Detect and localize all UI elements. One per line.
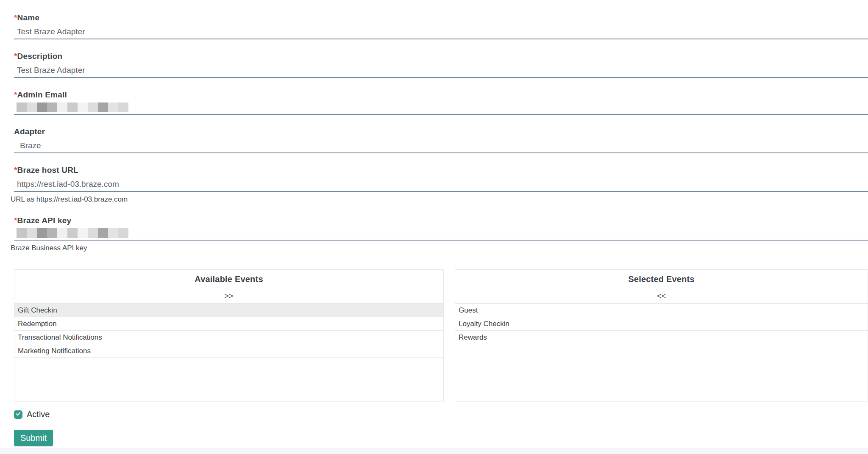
name-label: *Name: [14, 13, 868, 23]
braze-host-url-hint: URL as https://rest.iad-03.braze.com: [11, 195, 868, 204]
adapter-field: Adapter Braze: [14, 127, 868, 153]
adapter-label: Adapter: [14, 127, 868, 137]
list-item[interactable]: Marketing Notifications: [14, 344, 443, 358]
name-label-text: Name: [17, 13, 40, 22]
active-checkbox-label[interactable]: Active: [27, 410, 50, 419]
redacted-value: [17, 228, 128, 238]
admin-email-label-text: Admin Email: [17, 90, 67, 99]
list-item[interactable]: Rewards: [455, 331, 868, 344]
move-right-button[interactable]: >>: [14, 289, 443, 304]
list-item[interactable]: Redemption: [14, 317, 443, 331]
description-label-text: Description: [17, 52, 63, 61]
adapter-select[interactable]: Braze: [14, 137, 868, 153]
required-asterisk: *: [14, 52, 17, 61]
active-checkbox-row: Active: [14, 410, 868, 419]
list-item[interactable]: Transactional Notifications: [14, 331, 443, 344]
list-item[interactable]: Gift Checkin: [14, 304, 443, 317]
redacted-value: [17, 102, 128, 112]
description-input[interactable]: Test Braze Adapter: [14, 61, 868, 78]
braze-host-url-value: https://rest.iad-03.braze.com: [17, 180, 119, 188]
list-item[interactable]: Guest: [455, 304, 868, 317]
braze-api-key-label-text: Braze API key: [17, 216, 72, 225]
braze-host-url-input[interactable]: https://rest.iad-03.braze.com: [14, 175, 868, 192]
selected-events-title: Selected Events: [455, 270, 868, 289]
selected-events-list: Guest Loyalty Checkin Rewards: [455, 304, 868, 401]
adapter-label-text: Adapter: [14, 127, 45, 136]
footer-strip: [0, 448, 868, 454]
events-dual-listbox: Available Events >> Gift Checkin Redempt…: [14, 269, 868, 401]
braze-api-key-input[interactable]: [14, 226, 868, 241]
required-asterisk: *: [14, 13, 17, 22]
required-asterisk: *: [14, 166, 17, 174]
active-checkbox[interactable]: [14, 410, 22, 419]
available-events-title: Available Events: [14, 270, 443, 289]
available-events-listbox: Available Events >> Gift Checkin Redempt…: [14, 269, 444, 401]
selected-events-listbox: Selected Events << Guest Loyalty Checkin…: [455, 269, 868, 401]
admin-email-field: *Admin Email: [14, 90, 868, 115]
braze-api-key-field: *Braze API key Braze Business API key: [14, 216, 868, 252]
move-left-button[interactable]: <<: [455, 289, 868, 304]
description-label: *Description: [14, 51, 868, 61]
braze-api-key-label: *Braze API key: [14, 216, 868, 226]
description-value: Test Braze Adapter: [17, 66, 85, 75]
description-field: *Description Test Braze Adapter: [14, 51, 868, 78]
braze-host-url-field: *Braze host URL https://rest.iad-03.braz…: [14, 165, 868, 204]
required-asterisk: *: [14, 90, 17, 99]
name-input[interactable]: Test Braze Adapter: [14, 23, 868, 39]
admin-email-label: *Admin Email: [14, 90, 868, 100]
required-asterisk: *: [14, 216, 17, 225]
name-value: Test Braze Adapter: [17, 27, 85, 36]
adapter-form: *Name Test Braze Adapter *Description Te…: [0, 0, 868, 446]
submit-button[interactable]: Submit: [14, 430, 53, 446]
admin-email-input[interactable]: [14, 100, 868, 115]
braze-api-key-hint: Braze Business API key: [11, 244, 868, 252]
braze-host-url-label-text: Braze host URL: [17, 166, 78, 174]
available-events-list: Gift Checkin Redemption Transactional No…: [14, 304, 443, 401]
adapter-value: Braze: [20, 141, 41, 150]
checkmark-icon: [15, 411, 21, 418]
name-field: *Name Test Braze Adapter: [14, 13, 868, 39]
braze-host-url-label: *Braze host URL: [14, 165, 868, 175]
list-item[interactable]: Loyalty Checkin: [455, 317, 868, 331]
